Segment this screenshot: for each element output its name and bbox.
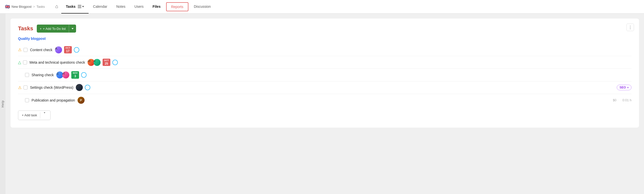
- tab-files-label: Files: [153, 5, 161, 9]
- add-task-chevron-icon: [44, 112, 45, 117]
- task-name: Settings check (WordPress): [30, 85, 73, 89]
- task-name: Sharing check: [32, 73, 54, 77]
- task-meta: $0 0:01 h: [613, 98, 631, 102]
- avatar-group: M K: [88, 59, 102, 66]
- project-name[interactable]: New Blogpost: [12, 5, 32, 9]
- avatar: A: [55, 46, 62, 53]
- add-todo-chevron[interactable]: [69, 26, 76, 31]
- add-task-area: + Add task: [18, 111, 631, 120]
- add-task-chevron[interactable]: [42, 113, 47, 117]
- tab-home[interactable]: ⌂: [52, 0, 61, 14]
- task-item: △ Meta and technical questions check M K…: [18, 56, 631, 69]
- status-circle[interactable]: [85, 85, 90, 90]
- add-task-divider: [40, 112, 40, 118]
- task-name: Content check: [30, 48, 53, 52]
- section-title: Quality blogpost: [18, 37, 631, 41]
- task-list: ⚠ Content check A Oct 17 △ Me: [18, 44, 631, 107]
- warning-icon-yellow: ⚠: [18, 47, 22, 52]
- task-checkbox[interactable]: [25, 98, 29, 102]
- warning-icon-yellow: ⚠: [18, 85, 22, 90]
- task-item: ⚠ Content check A Oct 17: [18, 44, 631, 56]
- add-todo-chevron-icon: [72, 28, 74, 29]
- badge-day: 3: [74, 74, 76, 78]
- status-circle[interactable]: [81, 72, 87, 78]
- main-layout: Help Tasks + + Add To-Do list: [0, 14, 644, 194]
- tab-users-label: Users: [134, 5, 144, 9]
- badge-day: 25: [105, 62, 108, 65]
- tab-notes[interactable]: Notes: [112, 0, 130, 14]
- content-area: Tasks + + Add To-Do list ⋮ Quality blog: [6, 14, 644, 194]
- avatar: P: [78, 97, 85, 104]
- tab-notes-label: Notes: [116, 5, 126, 9]
- status-circle[interactable]: [74, 47, 79, 53]
- home-icon: ⌂: [55, 4, 58, 9]
- add-task-label: + Add task: [22, 113, 37, 117]
- add-todo-button[interactable]: + + Add To-Do list: [37, 25, 76, 33]
- seo-remove-button[interactable]: ×: [627, 86, 629, 89]
- task-checkbox[interactable]: [24, 85, 28, 89]
- seo-tag: SEO ×: [617, 85, 631, 90]
- breadcrumb: 🇬🇧 New Blogpost > Tasks: [5, 4, 45, 9]
- breadcrumb-sep: >: [33, 5, 35, 9]
- tab-reports[interactable]: Reports: [166, 2, 188, 11]
- badge-day: 17: [66, 49, 69, 53]
- task-name: Publication and propagation: [32, 98, 75, 102]
- tab-users[interactable]: Users: [130, 0, 148, 14]
- date-badge: Oct 17: [64, 46, 72, 53]
- tab-files[interactable]: Files: [148, 0, 165, 14]
- tab-calendar-label: Calendar: [93, 5, 107, 9]
- tab-tasks[interactable]: Tasks: [61, 0, 89, 14]
- task-item: Sharing check S R Nov 3: [18, 69, 631, 81]
- status-circle[interactable]: [112, 60, 118, 65]
- tasks-list-icon: [78, 5, 81, 8]
- task-item: Publication and propagation P $0 0:01 h: [18, 94, 631, 107]
- task-checkbox[interactable]: [23, 60, 27, 64]
- date-badge: Nov 3: [71, 71, 79, 78]
- add-task-button[interactable]: + Add task: [18, 111, 51, 120]
- tab-tasks-label: Tasks: [66, 5, 76, 9]
- tab-discussion[interactable]: Discussion: [189, 0, 215, 14]
- avatar-group: A: [55, 46, 63, 53]
- avatar-group: P: [78, 97, 86, 104]
- tasks-card: Tasks + + Add To-Do list ⋮ Quality blog: [11, 19, 639, 128]
- tasks-chevron-icon: [82, 6, 84, 7]
- breadcrumb-page: Tasks: [37, 5, 45, 9]
- seo-label: SEO: [619, 86, 626, 89]
- more-options-button[interactable]: ⋮: [626, 24, 634, 31]
- add-todo-plus-icon: +: [40, 27, 42, 31]
- avatar-group: W: [76, 84, 84, 91]
- avatar: K: [94, 59, 101, 66]
- top-nav: 🇬🇧 New Blogpost > Tasks ⌂ Tasks Calendar…: [0, 0, 644, 14]
- tab-reports-label: Reports: [171, 5, 183, 9]
- avatar-group: S R: [56, 71, 70, 78]
- warning-icon-green: △: [18, 60, 21, 65]
- task-time: 0:01 h: [622, 98, 631, 102]
- more-icon: ⋮: [628, 25, 632, 30]
- task-item: ⚠ Settings check (WordPress) W SEO ×: [18, 81, 631, 94]
- add-todo-main: + + Add To-Do list: [37, 25, 69, 32]
- badge-month: Oct: [104, 59, 109, 62]
- flag-icon: 🇬🇧: [5, 4, 10, 9]
- tasks-title: Tasks: [18, 25, 33, 32]
- help-label: Help: [1, 100, 5, 108]
- help-sidebar[interactable]: Help: [0, 14, 6, 194]
- tab-discussion-label: Discussion: [194, 5, 211, 9]
- nav-tabs: ⌂ Tasks Calendar Notes Users Files: [52, 0, 639, 14]
- add-task-main: + Add task: [22, 113, 37, 117]
- tasks-header: Tasks + + Add To-Do list: [18, 25, 631, 33]
- task-cost: $0: [613, 98, 616, 102]
- task-name: Meta and technical questions check: [30, 60, 85, 64]
- badge-month: Oct: [66, 47, 70, 49]
- task-checkbox[interactable]: [25, 73, 29, 77]
- badge-month: Nov: [73, 72, 78, 74]
- tab-calendar[interactable]: Calendar: [89, 0, 112, 14]
- add-todo-label: + Add To-Do list: [43, 27, 66, 31]
- date-badge: Oct 25: [103, 59, 110, 66]
- task-checkbox[interactable]: [24, 48, 28, 52]
- avatar: W: [76, 84, 83, 91]
- avatar: R: [62, 71, 69, 78]
